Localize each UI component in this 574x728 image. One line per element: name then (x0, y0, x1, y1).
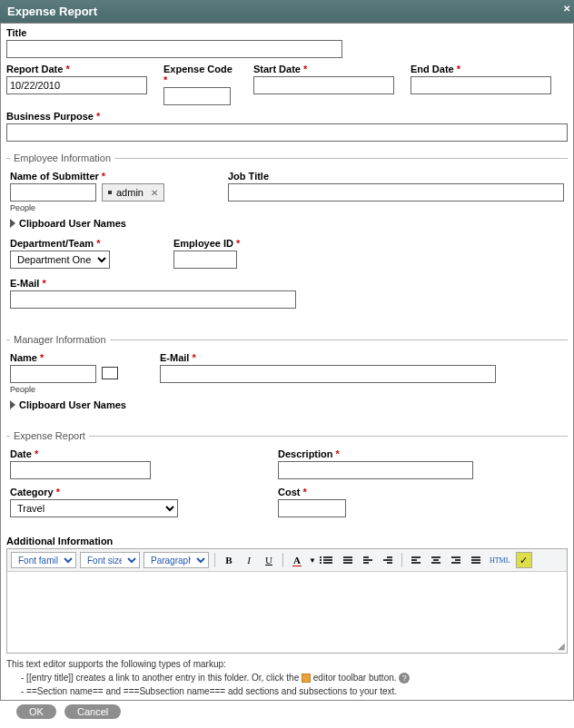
end-date-input[interactable] (411, 76, 551, 94)
manager-info-fieldset: Manager Information Name * People Clipbo… (6, 334, 568, 419)
end-date-label: End Date * (411, 64, 551, 74)
italic-icon[interactable]: I (241, 552, 257, 568)
employee-id-label: Employee ID * (173, 238, 240, 249)
align-left-icon[interactable] (408, 552, 424, 568)
report-date-label: Report Date * (6, 64, 147, 74)
additional-info-label: Additional Information (6, 532, 568, 546)
submitter-name-input[interactable] (10, 183, 96, 202)
font-family-select[interactable]: Font family (11, 552, 76, 568)
user-chip-label: admin (116, 187, 144, 198)
exp-desc-input[interactable] (278, 461, 473, 479)
resize-handle-icon[interactable]: ◢ (558, 641, 565, 651)
ok-button[interactable]: OK (16, 704, 56, 719)
clipboard-users-label: Clipboard User Names (19, 218, 126, 229)
business-purpose-input[interactable] (6, 123, 568, 142)
dialog-header: Expense Report ✕ (0, 0, 574, 23)
business-purpose-label: Business Purpose * (6, 111, 568, 122)
expense-code-label: Expense Code * (163, 64, 237, 85)
job-title-label: Job Title (228, 171, 564, 182)
job-title-input[interactable] (228, 183, 564, 202)
mgr-email-input[interactable] (160, 365, 496, 383)
toolbar-separator (282, 553, 283, 567)
submitter-name-label: Name of Submitter * (10, 171, 192, 182)
emp-email-label: E-Mail * (10, 278, 564, 289)
exp-cat-label: Category * (10, 487, 178, 497)
title-label: Title (6, 27, 568, 38)
indent-icon[interactable] (380, 552, 396, 568)
manager-info-legend: Manager Information (10, 334, 110, 345)
exp-cost-input[interactable] (278, 499, 346, 517)
mgr-name-input[interactable] (10, 365, 96, 383)
bullet-icon (108, 191, 112, 194)
help-line-1: - [[entry title]] creates a link to anot… (6, 671, 568, 684)
form-body: Title Report Date * Expense Code * Start… (0, 23, 574, 701)
mgr-clipboard-users-toggle[interactable]: Clipboard User Names (10, 399, 142, 410)
people-picker-icon[interactable] (102, 367, 118, 379)
exp-date-label: Date * (10, 448, 151, 459)
editor-textarea[interactable]: ◢ (6, 572, 568, 654)
clipboard-users-toggle[interactable]: Clipboard User Names (10, 218, 192, 229)
start-date-input[interactable] (253, 76, 394, 94)
outdent-icon[interactable] (360, 552, 376, 568)
editor-help-text: This text editor supports the following … (6, 657, 568, 698)
chevron-right-icon (10, 219, 15, 228)
format-select[interactable]: Paragraph (144, 552, 209, 568)
exp-cost-label: Cost * (278, 487, 346, 497)
font-size-select[interactable]: Font size (80, 552, 140, 568)
expense-report-legend: Expense Report (10, 430, 89, 441)
box-icon (302, 674, 311, 683)
department-label: Department/Team * (10, 238, 110, 249)
exp-cat-select[interactable]: Travel (10, 499, 178, 517)
mgr-people-hint: People (10, 385, 142, 394)
expand-toolbar-icon[interactable]: ✓ (516, 552, 532, 568)
bold-icon[interactable]: B (221, 552, 237, 568)
user-chip-admin: admin ✕ (102, 183, 164, 202)
expense-report-fieldset: Expense Report Date * Description * Cate… (6, 430, 568, 526)
employee-info-legend: Employee Information (10, 152, 114, 163)
chevron-right-icon (10, 400, 15, 409)
close-icon[interactable]: ✕ (563, 4, 570, 14)
toolbar-separator (401, 553, 402, 567)
align-center-icon[interactable] (428, 552, 444, 568)
editor-toolbar: Font family Font size Paragraph B I U A … (6, 548, 568, 572)
help-line-2: - ==Section name== and ===Subsection nam… (6, 684, 568, 698)
number-list-icon[interactable] (340, 552, 356, 568)
text-color-icon[interactable]: A (289, 552, 305, 568)
underline-icon[interactable]: U (261, 552, 277, 568)
align-right-icon[interactable] (448, 552, 464, 568)
emp-email-input[interactable] (10, 290, 296, 309)
html-mode-button[interactable]: HTML (488, 552, 512, 568)
employee-id-input[interactable] (173, 251, 237, 269)
dialog-title: Expense Report (7, 5, 97, 18)
department-select[interactable]: Department One (10, 251, 110, 269)
exp-desc-label: Description * (278, 448, 473, 459)
title-input[interactable] (6, 40, 342, 58)
text-color-dropdown-icon[interactable]: ▼ (309, 556, 316, 565)
bullet-list-icon[interactable] (320, 552, 336, 568)
mgr-clipboard-users-label: Clipboard User Names (19, 399, 126, 410)
employee-info-fieldset: Employee Information Name of Submitter *… (6, 152, 568, 323)
report-date-input[interactable] (6, 76, 147, 94)
button-row: OK Cancel (0, 701, 574, 724)
exp-date-input[interactable] (10, 461, 151, 479)
cancel-button[interactable]: Cancel (64, 704, 121, 719)
align-justify-icon[interactable] (468, 552, 484, 568)
remove-chip-icon[interactable]: ✕ (151, 188, 158, 198)
expense-code-input[interactable] (163, 87, 231, 105)
help-intro: This text editor supports the following … (6, 657, 568, 671)
toolbar-separator (214, 553, 215, 567)
start-date-label: Start Date * (253, 64, 394, 74)
mgr-email-label: E-Mail * (160, 352, 564, 363)
mgr-name-label: Name * (10, 352, 142, 363)
help-icon[interactable]: ? (399, 673, 410, 684)
people-hint: People (10, 203, 192, 212)
